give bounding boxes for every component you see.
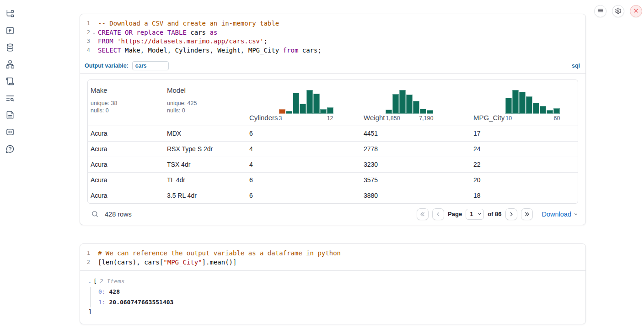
help-bubble-icon (5, 144, 15, 155)
column-label[interactable]: Weight (364, 114, 385, 122)
python-code-editor[interactable]: 1# We can reference the output variable … (80, 244, 585, 270)
histogram-bar[interactable] (386, 110, 392, 114)
column-label[interactable]: Cylinders (249, 114, 278, 122)
fold-chevron-icon[interactable]: ⌄ (90, 28, 98, 37)
table-cell: 17 (471, 130, 578, 137)
sidebar-item-help[interactable] (5, 145, 15, 155)
table-cell: RSX Type S 2dr (164, 145, 247, 153)
token-str: "MPG_City" (163, 259, 202, 266)
histogram-bar[interactable] (526, 96, 532, 114)
histogram-bar[interactable] (406, 95, 413, 114)
tree-entry: 0: 428 (98, 287, 578, 297)
line-number: 4 (80, 46, 90, 55)
histogram-bar[interactable] (300, 104, 306, 114)
histogram-bar[interactable] (512, 90, 519, 114)
histogram-bar[interactable] (313, 94, 320, 114)
table-cell: 6 (247, 192, 361, 199)
histogram-max-label: 7,190 (419, 115, 433, 122)
text-search-icon (5, 94, 15, 105)
notebook-controls (594, 5, 642, 17)
table-row[interactable]: AcuraMDX6445117 (88, 126, 578, 141)
sidebar-item-variables[interactable] (5, 26, 15, 37)
sidebar-item-file-explorer[interactable] (5, 10, 15, 20)
sidebar-item-scratchpad[interactable] (5, 94, 15, 104)
token-plain: ; (263, 37, 267, 45)
column-stats: unique: 425nulls: 0 (167, 100, 244, 115)
histogram-weight[interactable] (386, 90, 433, 114)
histogram-bar[interactable] (420, 109, 426, 114)
token-plain (113, 37, 117, 45)
prev-page-button[interactable] (432, 208, 444, 220)
sidebar-item-dependency-graph[interactable] (5, 60, 15, 70)
search-icon[interactable] (91, 210, 99, 218)
histogram-axis-labels: 312 (279, 115, 333, 122)
histogram-bar[interactable] (306, 90, 313, 114)
token-plain: cars (187, 29, 210, 36)
histogram-bar[interactable] (519, 92, 526, 114)
menu-button[interactable] (594, 5, 606, 17)
output-variable-bar: Output variable: sql (80, 59, 585, 73)
histogram-cylinders[interactable] (279, 90, 333, 114)
column-histogram: 312 (279, 90, 333, 122)
histogram-bar[interactable] (293, 93, 299, 114)
histogram-bar[interactable] (399, 90, 406, 114)
column-stat: nulls: 0 (167, 107, 244, 115)
column-stat: nulls: 0 (91, 107, 161, 115)
sidebar-item-documentation[interactable] (5, 111, 15, 121)
code-text: SELECT Make, Model, Cylinders, Weight, M… (98, 46, 322, 55)
table-row[interactable]: AcuraTSX 4dr4323022 (88, 157, 578, 172)
token-plain: Make, Model, Cylinders, Weight, MPG_City (121, 47, 283, 54)
last-page-button[interactable] (521, 208, 533, 220)
histogram-bar[interactable] (279, 109, 285, 114)
line-number: 2 (80, 258, 90, 267)
table-row[interactable]: AcuraTL 4dr6357520 (88, 172, 578, 188)
first-page-button[interactable] (417, 208, 429, 220)
table-row[interactable]: AcuraRSX Type S 2dr4277824 (88, 141, 578, 157)
tree-entry-value: 428 (106, 288, 120, 295)
next-page-button[interactable] (505, 208, 517, 220)
histogram-bar[interactable] (533, 103, 539, 114)
histogram-bar[interactable] (553, 108, 560, 114)
code-text: CREATE OR replace TABLE cars as (98, 28, 217, 37)
sidebar-panel (0, 0, 20, 333)
tree-entry-key: 0: (98, 288, 106, 295)
line-gutter: 2⌄ (80, 28, 98, 37)
histogram-bar[interactable] (413, 101, 419, 114)
sidebar-item-logs[interactable] (5, 77, 15, 87)
sql-code-editor[interactable]: 1-- Download a CSV and create an in-memo… (80, 14, 585, 59)
histogram-mpg_city[interactable] (505, 90, 560, 114)
table-cell: Acura (88, 176, 164, 184)
table-row[interactable]: Acura3.5 RL 4dr6388018 (88, 188, 578, 203)
output-variable-input[interactable] (132, 61, 169, 70)
code-line: 4SELECT Make, Model, Cylinders, Weight, … (80, 46, 585, 55)
download-button[interactable]: Download (542, 211, 579, 218)
code-line: 1-- Download a CSV and create an in-memo… (80, 19, 585, 28)
line-number: 1 (80, 249, 90, 258)
settings-button[interactable] (612, 5, 624, 17)
line-gutter: 1 (80, 19, 98, 28)
histogram-bar[interactable] (427, 110, 433, 114)
collapse-chevron-icon[interactable]: ⌄ (88, 276, 91, 286)
histogram-bar[interactable] (392, 94, 399, 114)
page-select[interactable]: 1 (466, 209, 484, 220)
token-comment: # We can reference the output variable a… (98, 249, 341, 257)
column-label[interactable]: Model (167, 86, 186, 94)
table-footer-left: 428 rows (87, 210, 132, 218)
column-label[interactable]: Make (91, 86, 107, 94)
histogram-bar[interactable] (547, 110, 553, 114)
sidebar-item-snippets[interactable] (5, 128, 15, 138)
table-cell: Acura (88, 161, 164, 168)
shutdown-button[interactable] (630, 5, 642, 17)
table-cell: 6 (247, 130, 361, 137)
column-label[interactable]: MPG_City (473, 114, 504, 122)
sidebar-item-data-sources[interactable] (5, 43, 15, 53)
histogram-bar[interactable] (320, 109, 327, 114)
histogram-bar[interactable] (327, 107, 333, 114)
sql-cell: 1-- Download a CSV and create an in-memo… (80, 14, 586, 225)
token-kw: CREATE OR replace TABLE (98, 29, 187, 36)
histogram-bar[interactable] (286, 111, 292, 114)
file-text-icon (5, 111, 15, 122)
histogram-bar[interactable] (540, 106, 546, 114)
column-histogram: 1,8507,190 (386, 90, 433, 122)
histogram-bar[interactable] (505, 98, 512, 114)
